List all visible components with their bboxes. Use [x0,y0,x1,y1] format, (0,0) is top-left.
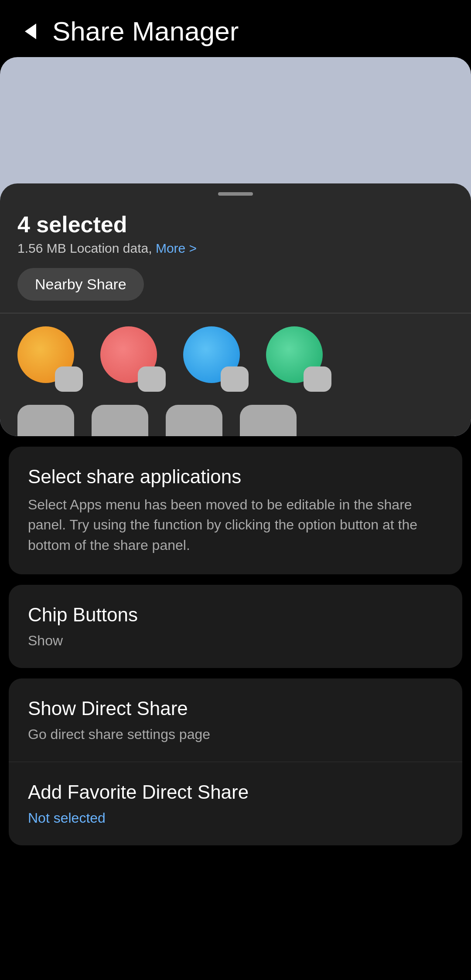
nearby-share-button[interactable]: Nearby Share [17,268,144,301]
select-share-title: Select share applications [28,466,443,488]
back-arrow-icon [25,24,36,39]
app-placeholder-1[interactable] [17,405,74,436]
app-badge-3 [221,366,249,392]
show-direct-share-section[interactable]: Show Direct Share Go direct share settin… [9,678,462,762]
selected-count: 4 selected [17,211,454,237]
back-button[interactable] [17,18,44,44]
app-badge-2 [138,366,166,392]
select-share-section[interactable]: Select share applications Select Apps me… [9,447,462,574]
file-size-label: 1.56 MB Location data, [17,241,152,255]
more-link[interactable]: More > [156,241,197,255]
show-direct-share-subtitle: Go direct share settings page [28,726,443,743]
select-share-desc: Select Apps menu has been moved to be ed… [28,495,443,555]
app-placeholder-2[interactable] [92,405,148,436]
app-badge-4 [304,366,331,392]
bottom-sheet: 4 selected 1.56 MB Location data, More >… [0,183,471,436]
add-favorite-subtitle: Not selected [28,810,443,826]
add-favorite-section[interactable]: Add Favorite Direct Share Not selected [9,762,462,845]
page-title: Share Manager [52,16,239,47]
combined-card: Show Direct Share Go direct share settin… [9,678,462,845]
preview-area: 4 selected 1.56 MB Location data, More >… [0,57,471,436]
chip-buttons-title: Chip Buttons [28,604,443,626]
app-item-blue[interactable] [183,326,249,392]
app-item-green[interactable] [266,326,331,392]
show-direct-share-title: Show Direct Share [28,698,443,719]
header: Share Manager [0,0,471,57]
chip-buttons-subtitle: Show [28,633,443,649]
sheet-info: 4 selected 1.56 MB Location data, More >… [0,211,471,313]
sheet-handle [218,192,253,196]
app-placeholder-3[interactable] [166,405,222,436]
apps-grid [0,313,471,436]
apps-row-2 [17,405,454,436]
chip-buttons-section[interactable]: Chip Buttons Show [9,585,462,668]
app-item-orange[interactable] [17,326,83,392]
file-info: 1.56 MB Location data, More > [17,241,454,256]
apps-row-1 [17,326,454,392]
app-item-pink[interactable] [100,326,166,392]
add-favorite-title: Add Favorite Direct Share [28,781,443,803]
app-placeholder-4[interactable] [240,405,297,436]
app-badge-1 [55,366,83,392]
